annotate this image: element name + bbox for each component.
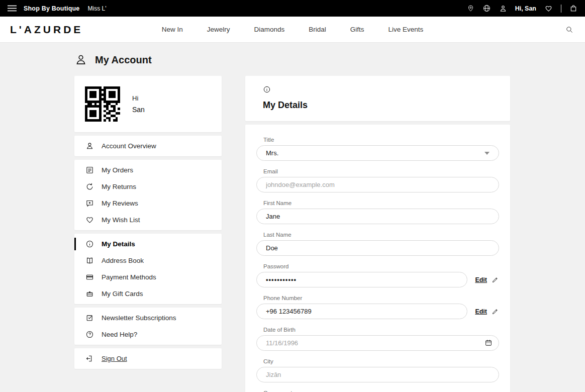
shop-by-boutique-link[interactable]: Shop By Boutique <box>24 5 80 12</box>
newsletter-icon <box>85 314 94 322</box>
wishlist-heart-icon <box>85 216 94 224</box>
sidebar-item-label: Need Help? <box>102 331 137 338</box>
wishlist-button[interactable] <box>544 5 553 13</box>
last-name-field[interactable] <box>256 240 499 256</box>
details-form-card: Title Mrs. Email First Name <box>245 125 510 392</box>
search-button[interactable] <box>565 25 574 34</box>
sidebar-item-my-returns[interactable]: My Returns <box>74 178 222 195</box>
city-field[interactable] <box>256 367 499 382</box>
sidebar-item-label: Address Book <box>102 257 144 264</box>
globe-icon <box>482 4 491 13</box>
my-details-section: My Details Title Mrs. Email <box>245 76 510 392</box>
search-icon <box>565 25 574 34</box>
edit-pencil-icon <box>492 308 499 315</box>
title-select[interactable]: Mrs. <box>256 145 499 161</box>
account-icon <box>74 53 87 66</box>
field-email: Email <box>256 168 499 192</box>
field-label-title: Title <box>263 137 499 143</box>
nav-item-live-events[interactable]: Live Events <box>388 26 424 33</box>
main-navigation: L'AZURDE New In Jewelry Diamonds Bridal … <box>0 17 585 43</box>
sidebar-item-label: Sign Out <box>102 355 127 362</box>
nav-item-bridal[interactable]: Bridal <box>309 26 326 33</box>
top-utility-bar: Shop By Boutique Miss L' Hi, San <box>0 0 585 17</box>
nav-item-diamonds[interactable]: Diamonds <box>254 26 284 33</box>
profile-card: Hi San <box>74 76 222 132</box>
field-label-first-name: First Name <box>263 200 499 206</box>
phone-field[interactable] <box>256 304 467 319</box>
sidebar-item-label: My Reviews <box>102 200 138 207</box>
greeting-text: Hi, San <box>515 5 536 12</box>
sign-out-icon <box>85 354 94 363</box>
cart-button[interactable] <box>569 4 577 13</box>
field-label-password: Password <box>263 263 499 269</box>
sidebar-item-my-reviews[interactable]: My Reviews <box>74 195 222 212</box>
account-sidebar: Hi San Account Overview My Orders <box>74 76 222 372</box>
sidebar-item-my-gift-cards[interactable]: My Gift Cards <box>74 285 222 302</box>
sidebar-item-sign-out[interactable]: Sign Out <box>74 350 222 367</box>
nav-item-new-in[interactable]: New In <box>162 26 183 33</box>
heart-icon <box>544 5 553 13</box>
sidebar-item-newsletter-subscriptions[interactable]: Newsletter Subscriptions <box>74 310 222 326</box>
email-field[interactable] <box>256 177 499 192</box>
field-city: City <box>256 358 499 382</box>
greeting-hi: Hi <box>132 94 145 102</box>
qr-code-image <box>85 86 120 122</box>
hamburger-menu-button[interactable] <box>8 5 17 12</box>
sidebar-item-my-orders[interactable]: My Orders <box>74 162 222 178</box>
edit-label: Edit <box>475 308 487 315</box>
sidebar-item-label: My Orders <box>102 166 133 174</box>
account-button[interactable] <box>499 5 507 13</box>
field-label-governorate: Governorate <box>263 390 499 392</box>
boutique-name-link[interactable]: Miss L' <box>88 5 107 12</box>
sidebar-item-payment-methods[interactable]: Payment Methods <box>74 269 222 285</box>
location-pin-icon <box>467 4 474 13</box>
field-label-phone: Phone Number <box>263 295 499 301</box>
field-label-dob: Date of Birth <box>263 327 499 333</box>
sidebar-item-label: My Gift Cards <box>102 290 143 298</box>
my-account-page: Shop By Boutique Miss L' Hi, San L'AZ <box>0 0 585 392</box>
sidebar-item-label: Account Overview <box>102 142 156 150</box>
page-title: My Account <box>95 54 152 66</box>
edit-password-button[interactable]: Edit <box>475 276 499 283</box>
brand-logo[interactable]: L'AZURDE <box>10 24 83 36</box>
nav-item-gifts[interactable]: Gifts <box>350 26 364 33</box>
field-title: Title Mrs. <box>256 137 499 161</box>
info-icon <box>85 240 94 248</box>
address-book-icon <box>85 256 94 265</box>
info-icon <box>263 85 271 93</box>
sidebar-item-account-overview[interactable]: Account Overview <box>74 138 222 154</box>
profile-greeting: Hi San <box>132 94 145 114</box>
greeting-name: San <box>132 106 145 114</box>
user-icon <box>499 5 507 13</box>
field-label-email: Email <box>263 168 499 174</box>
field-label-last-name: Last Name <box>263 232 499 238</box>
sidebar-item-my-wish-list[interactable]: My Wish List <box>74 212 222 228</box>
edit-pencil-icon <box>492 276 499 283</box>
sidebar-item-need-help[interactable]: Need Help? <box>74 326 222 343</box>
sidebar-item-label: Newsletter Subscriptions <box>102 314 176 322</box>
calendar-icon[interactable] <box>484 339 493 347</box>
details-title: My Details <box>263 100 493 111</box>
sidebar-item-label: My Details <box>102 240 135 248</box>
first-name-field[interactable] <box>256 209 499 224</box>
account-overview-icon <box>85 142 94 150</box>
nav-item-jewelry[interactable]: Jewelry <box>207 26 230 33</box>
orders-icon <box>85 166 94 174</box>
sidebar-item-my-details[interactable]: My Details <box>74 236 222 252</box>
page-title-row: My Account <box>74 43 510 66</box>
sidebar-item-label: Payment Methods <box>102 273 156 281</box>
sidebar-item-label: My Returns <box>102 183 136 190</box>
field-governorate: Governorate <box>256 390 499 392</box>
store-locator-button[interactable] <box>467 4 474 13</box>
field-label-city: City <box>263 358 499 364</box>
help-icon <box>85 330 94 339</box>
language-button[interactable] <box>482 4 491 13</box>
edit-phone-button[interactable]: Edit <box>475 308 499 315</box>
credit-card-icon <box>85 273 94 281</box>
dob-field[interactable] <box>256 335 499 351</box>
sidebar-item-label: My Wish List <box>102 216 140 224</box>
divider <box>561 5 561 13</box>
sidebar-item-address-book[interactable]: Address Book <box>74 252 222 269</box>
field-first-name: First Name <box>256 200 499 224</box>
password-field[interactable] <box>256 272 467 287</box>
